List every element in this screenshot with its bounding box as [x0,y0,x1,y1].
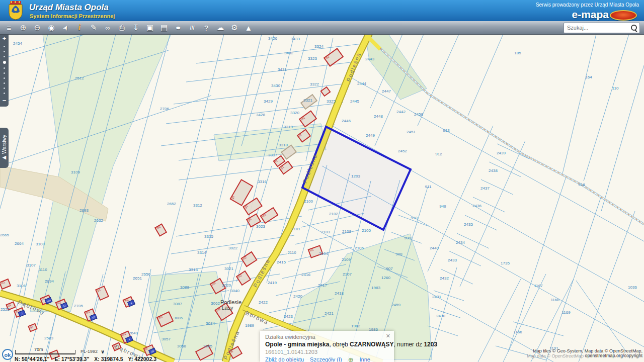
parcel-label: 949 [439,204,446,209]
map-label-layer: m2m2mf1g1g1g1g1m2m2m2m2m2m2m2m1m112am212… [0,0,644,362]
zoom-in-icon[interactable]: ⊕ [16,21,30,34]
details-link[interactable]: Szczegóły (I) [310,356,342,362]
building-type-label: m2 [158,315,164,320]
parcel-label: 3057 [162,337,171,341]
parcel-label: 3312 [193,203,202,208]
parcel-label: 164 [585,75,592,79]
settings-icon[interactable]: ⚙ [227,21,242,34]
close-icon[interactable]: ✕ [386,333,390,339]
building-type-label: m2 [325,55,331,60]
parcel-label: 2650 [141,272,150,277]
building-type-label: m2 [237,274,243,279]
parcel-label: 2420 [293,294,302,299]
parcel-label: 3313 [189,267,198,272]
building-footprint: m2 [236,270,251,286]
bubble-icon[interactable]: ● [167,21,189,34]
parcel-label: 909 [404,236,411,240]
page-title: Urząd Miasta Opola [29,3,109,13]
parcel-label: 3325 [327,99,336,104]
parcel-label: 2458 [414,112,423,117]
parcel-label: 2417 [318,283,327,288]
popup-parcel-line: Opole - gmina miejska, obręb CZARNOWĄSY,… [265,341,389,348]
parcel-label: 3040 [230,289,239,293]
copy-icon[interactable]: ▣ [143,21,157,34]
parcel-label: 2107 [343,272,352,277]
building-footprint: g1 [243,197,263,215]
zoom-level-dot[interactable] [4,87,5,89]
zoom-level-dot[interactable] [3,61,6,64]
zoom-level-dot[interactable] [4,56,5,57]
extent-icon[interactable]: ◉ [44,21,58,34]
pyramid-icon[interactable]: ▲ [242,21,256,34]
building-type-label: m2 [211,282,217,287]
parcel-label: 2102 [329,212,338,216]
zoom-level-dot[interactable] [4,72,5,74]
parcel-label: 3106 [17,284,26,288]
building-type-label: m2 [261,213,267,218]
expand-icon: ▶ [2,155,7,161]
map-attribution: Map tiles © Geo-System, Map data © OpenS… [527,349,642,358]
help-icon[interactable]: ? [199,21,213,34]
building-footprint: m212 [55,298,68,310]
parcel-label: 2649 [129,331,138,335]
add-icon[interactable]: ⊕ [348,357,354,362]
download-icon[interactable]: ↧ [129,21,143,34]
parcel-label: 2419 [268,281,277,285]
zoom-out-icon[interactable]: ⊖ [30,21,44,34]
zoom-to-object-link[interactable]: Zbliż do obiektu [265,356,304,362]
parcel-label: 3084 [206,321,215,326]
cloud-icon[interactable]: ☁ [213,21,227,34]
parcel-label: 3426 [268,36,277,41]
parcel-label: 2449 [366,133,375,138]
building-footprint: m2 [260,207,278,223]
link-icon[interactable]: ∞ [101,21,115,34]
info-icon[interactable]: i [72,21,87,34]
zoom-out-button[interactable]: − [3,97,7,105]
layers-icon[interactable]: ≡ [2,21,16,34]
building-footprint: m2 [324,48,344,67]
parcel-label: 2442 [396,110,406,114]
street-label: Podleśna [301,153,318,184]
zoom-level-dot[interactable] [4,67,5,69]
search-icon[interactable] [631,25,637,31]
coord-y: Y: 422002.3 [128,356,156,362]
parcel-label: 3062 [211,301,220,306]
parcel-label: 2706 [160,107,169,111]
building-type-label: g1 [231,195,235,200]
zoom-level-dot[interactable] [4,82,5,84]
parcel-label: 1735 [501,261,510,265]
print-icon[interactable]: ⎙ [115,21,129,34]
measure-icon[interactable]: ✎ [87,21,101,34]
zoom-level-dot[interactable] [4,51,5,52]
geo-system-logo [610,10,637,21]
building-type-label: m2 [155,225,161,230]
parcel-label: 2430 [436,314,445,318]
zoom-in-button[interactable]: + [3,35,7,43]
parcel-label: 1167 [534,284,542,288]
building-type-label: m1 [85,310,90,315]
parcel-label: 2100 [304,199,313,204]
layers-panel-tab[interactable]: ▶ Warstwy [0,128,9,168]
parcel-label: 3322 [310,82,319,86]
parcel-label: 2105 [362,228,371,233]
building-footprint: m110 [84,308,96,322]
parcel-label: 1203 [351,174,360,178]
ok-button[interactable]: ok [2,349,13,360]
zoom-level-dot[interactable] [4,93,5,94]
search-input[interactable] [564,23,630,32]
parcel-label: 2522 [1,307,10,312]
parcel-label: 2665 [0,233,9,237]
parcel-label: 1169 [561,310,570,315]
zoom-level-dot[interactable] [4,46,5,47]
parcel-label: 2415 [277,260,286,264]
place-label: Lasy [221,305,233,311]
zoom-level-dot[interactable] [4,77,5,79]
parcel-label: 3319 [284,125,293,129]
parcel-label: 2894 [45,279,54,284]
pointer-icon[interactable]: ➤ [56,18,75,37]
other-link[interactable]: Inne [360,356,370,362]
parcel-label: 2101 [291,227,300,231]
parcel-label: 3318 [279,143,288,147]
chevron-down-icon[interactable]: ∨ [101,349,105,354]
parcel-label: 2418 [335,291,344,296]
